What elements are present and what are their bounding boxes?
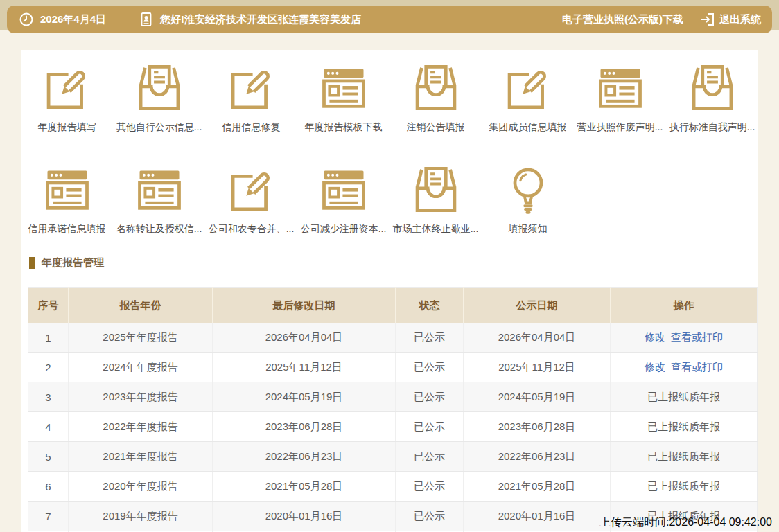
logout-icon[interactable]: [699, 11, 715, 28]
clock-icon: [18, 11, 35, 28]
shortcut-capital-reduction[interactable]: 公司减少注册资本...: [297, 164, 390, 236]
shortcut-annual-report-fill[interactable]: 年度报告填写: [21, 62, 113, 134]
row-year: 2020年年度报告: [69, 472, 213, 502]
view-print-link[interactable]: 查看或打印: [671, 361, 723, 373]
inbox-icon: [686, 62, 739, 115]
row-seq: 7: [28, 502, 69, 531]
row-year: 2021年年度报告: [69, 442, 213, 472]
shortcut-name-transfer-authorization[interactable]: 名称转让及授权信...: [113, 164, 205, 236]
shortcut-report-template-download[interactable]: 年度报告模板下载: [297, 62, 390, 134]
topbar-left: 2026年4月4日 您好!淮安经济技术开发区张连霞美容美发店: [18, 11, 361, 28]
bulb-icon: [502, 164, 554, 217]
row-seq: 2: [28, 353, 69, 382]
shortcut-label: 营业执照作废声明...: [577, 121, 663, 134]
table-row: 5 2021年年度报告 2022年06月23日 已公示 2022年06月23日 …: [28, 442, 758, 472]
shortcut-deregistration-notice[interactable]: 注销公告填报: [390, 62, 482, 134]
shortcut-label: 集团成员信息填报: [489, 121, 567, 134]
status-text: 已公示: [396, 472, 464, 502]
content-panel: 年度报告填写 其他自行公示信息... 信用信息修复 年度报告模板下载 注销公告填…: [21, 50, 758, 532]
paper-report-text: 已上报纸质年报: [611, 472, 758, 502]
shortcut-label: 公司和农专合并、...: [209, 223, 295, 236]
shortcut-label: 其他自行公示信息...: [116, 121, 202, 134]
shortcut-credit-commitment-info[interactable]: 信用承诺信息填报: [21, 164, 113, 236]
row-published: 2021年05月28日: [464, 472, 611, 502]
table-row: 4 2022年年度报告 2023年06月28日 已公示 2023年06月28日 …: [28, 412, 758, 442]
page-title: 年度报告管理: [42, 256, 104, 269]
row-year: 2019年年度报告: [69, 502, 213, 531]
col-header-modified: 最后修改日期: [213, 288, 396, 323]
row-modified: 2026年04月04日: [213, 323, 396, 353]
logout-group[interactable]: 退出系统: [699, 11, 761, 28]
browser-icon: [41, 164, 94, 217]
shortcut-label: 公司减少注册资本...: [301, 223, 387, 236]
view-print-link[interactable]: 查看或打印: [671, 331, 723, 343]
shortcut-label: 信用承诺信息填报: [28, 223, 106, 236]
row-seq: 1: [28, 323, 69, 353]
shortcut-filing-instructions[interactable]: 填报须知: [482, 164, 574, 236]
topbar-right: 电子营业执照(公示版)下载 退出系统: [562, 11, 761, 28]
shortcut-grid: 年度报告填写 其他自行公示信息... 信用信息修复 年度报告模板下载 注销公告填…: [21, 50, 758, 236]
col-header-status: 状态: [396, 288, 464, 323]
paper-report-text: 已上报纸质年报: [611, 382, 758, 412]
user-greeting: 您好!淮安经济技术开发区张连霞美容美发店: [160, 13, 361, 26]
shortcut-other-self-publicity[interactable]: 其他自行公示信息...: [113, 62, 205, 134]
section-bullet: [29, 257, 35, 269]
paper-report-text: 已上报纸质年报: [611, 412, 758, 442]
topbar: 2026年4月4日 您好!淮安经济技术开发区张连霞美容美发店 电子营业执照(公示…: [7, 6, 772, 33]
browser-icon: [317, 164, 370, 217]
row-year: 2022年年度报告: [69, 412, 213, 442]
shortcut-credit-repair[interactable]: 信用信息修复: [205, 62, 297, 134]
table-row: 1 2025年年度报告 2026年04月04日 已公示 2026年04月04日 …: [28, 323, 758, 353]
shortcut-company-merger[interactable]: 公司和农专合并、...: [205, 164, 297, 236]
edit-icon: [41, 62, 94, 115]
annual-report-table: 序号 报告年份 最后修改日期 状态 公示日期 操作 1 2025年年度报告 20…: [28, 287, 758, 532]
modify-link[interactable]: 修改: [645, 331, 665, 343]
row-published: 2025年11月12日: [464, 353, 611, 382]
shortcut-label: 执行标准自我声明...: [669, 121, 755, 134]
row-modified: 2024年05月19日: [213, 382, 396, 412]
table-row: 2 2024年年度报告 2025年11月12日 已公示 2025年11月12日 …: [28, 353, 758, 382]
shortcut-label: 信用信息修复: [222, 121, 281, 134]
row-modified: 2020年01月16日: [213, 502, 396, 531]
inbox-icon: [133, 62, 186, 115]
row-modified: 2023年06月28日: [213, 412, 396, 442]
user-badge-icon: [138, 11, 155, 28]
status-text: 已公示: [396, 382, 464, 412]
inbox-icon: [410, 164, 462, 217]
row-seq: 5: [28, 442, 69, 472]
col-header-seq: 序号: [28, 288, 69, 323]
row-seq: 4: [28, 412, 69, 442]
row-modified: 2025年11月12日: [213, 353, 396, 382]
status-text: 已公示: [396, 502, 464, 531]
status-text: 已公示: [396, 323, 464, 353]
browser-icon: [133, 164, 186, 217]
status-text: 已公示: [396, 442, 464, 472]
upload-time-watermark: 上传云端时间:2026-04-04 09:42:00: [599, 515, 772, 530]
shortcut-license-invalidation-statement[interactable]: 营业执照作废声明...: [574, 62, 666, 134]
row-year: 2025年年度报告: [69, 323, 213, 353]
table-row: 6 2020年年度报告 2021年05月28日 已公示 2021年05月28日 …: [28, 472, 758, 502]
modify-link[interactable]: 修改: [645, 361, 665, 373]
shortcut-group-member-info[interactable]: 集团成员信息填报: [482, 62, 574, 134]
shortcut-label: 市场主体终止歇业...: [393, 223, 479, 236]
col-header-published: 公示日期: [464, 288, 611, 323]
row-modified: 2022年06月23日: [213, 442, 396, 472]
col-header-action: 操作: [611, 288, 758, 323]
logout-link[interactable]: 退出系统: [719, 13, 761, 26]
row-year: 2024年年度报告: [69, 353, 213, 382]
paper-report-text: 已上报纸质年报: [611, 442, 758, 472]
shortcut-business-suspension[interactable]: 市场主体终止歇业...: [390, 164, 482, 236]
current-date: 2026年4月4日: [40, 13, 106, 26]
status-text: 已公示: [396, 353, 464, 382]
shortcut-label: 名称转让及授权信...: [116, 223, 202, 236]
browser-icon: [594, 62, 647, 115]
row-published: 2022年06月23日: [464, 442, 611, 472]
browser-icon: [317, 62, 370, 115]
table-row: 3 2023年年度报告 2024年05月19日 已公示 2024年05月19日 …: [28, 382, 758, 412]
row-published: 2026年04月04日: [464, 323, 611, 353]
shortcut-standard-self-declaration[interactable]: 执行标准自我声明...: [666, 62, 758, 134]
inbox-icon: [410, 62, 462, 115]
row-seq: 3: [28, 382, 69, 412]
license-download-link[interactable]: 电子营业执照(公示版)下载: [562, 13, 683, 26]
shortcut-label: 注销公告填报: [407, 121, 465, 134]
